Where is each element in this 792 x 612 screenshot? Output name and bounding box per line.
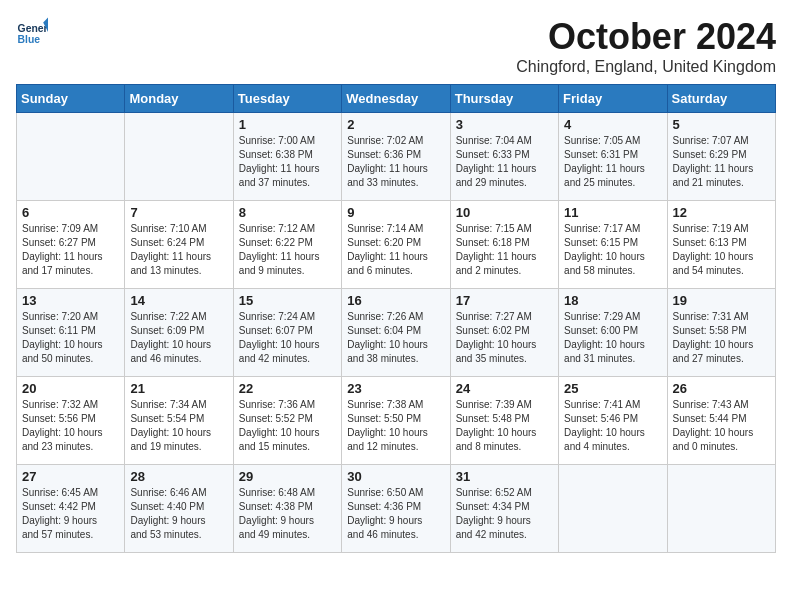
title-area: October 2024 Chingford, England, United …	[516, 16, 776, 76]
day-info: Sunrise: 7:31 AM Sunset: 5:58 PM Dayligh…	[673, 310, 770, 366]
day-info: Sunrise: 7:07 AM Sunset: 6:29 PM Dayligh…	[673, 134, 770, 190]
day-number: 21	[130, 381, 227, 396]
day-info: Sunrise: 6:46 AM Sunset: 4:40 PM Dayligh…	[130, 486, 227, 542]
week-row-2: 6Sunrise: 7:09 AM Sunset: 6:27 PM Daylig…	[17, 201, 776, 289]
day-info: Sunrise: 6:52 AM Sunset: 4:34 PM Dayligh…	[456, 486, 553, 542]
day-info: Sunrise: 6:45 AM Sunset: 4:42 PM Dayligh…	[22, 486, 119, 542]
calendar-cell: 15Sunrise: 7:24 AM Sunset: 6:07 PM Dayli…	[233, 289, 341, 377]
day-number: 14	[130, 293, 227, 308]
calendar-cell: 4Sunrise: 7:05 AM Sunset: 6:31 PM Daylig…	[559, 113, 667, 201]
day-info: Sunrise: 7:26 AM Sunset: 6:04 PM Dayligh…	[347, 310, 444, 366]
day-info: Sunrise: 7:15 AM Sunset: 6:18 PM Dayligh…	[456, 222, 553, 278]
week-row-1: 1Sunrise: 7:00 AM Sunset: 6:38 PM Daylig…	[17, 113, 776, 201]
day-number: 10	[456, 205, 553, 220]
day-number: 9	[347, 205, 444, 220]
day-info: Sunrise: 7:09 AM Sunset: 6:27 PM Dayligh…	[22, 222, 119, 278]
day-info: Sunrise: 7:43 AM Sunset: 5:44 PM Dayligh…	[673, 398, 770, 454]
location-title: Chingford, England, United Kingdom	[516, 58, 776, 76]
calendar-cell: 12Sunrise: 7:19 AM Sunset: 6:13 PM Dayli…	[667, 201, 775, 289]
week-row-4: 20Sunrise: 7:32 AM Sunset: 5:56 PM Dayli…	[17, 377, 776, 465]
day-number: 22	[239, 381, 336, 396]
calendar-cell: 20Sunrise: 7:32 AM Sunset: 5:56 PM Dayli…	[17, 377, 125, 465]
day-number: 1	[239, 117, 336, 132]
calendar-cell: 6Sunrise: 7:09 AM Sunset: 6:27 PM Daylig…	[17, 201, 125, 289]
day-info: Sunrise: 7:05 AM Sunset: 6:31 PM Dayligh…	[564, 134, 661, 190]
calendar-cell: 11Sunrise: 7:17 AM Sunset: 6:15 PM Dayli…	[559, 201, 667, 289]
day-header-monday: Monday	[125, 85, 233, 113]
day-number: 17	[456, 293, 553, 308]
day-number: 6	[22, 205, 119, 220]
day-number: 5	[673, 117, 770, 132]
calendar-cell: 1Sunrise: 7:00 AM Sunset: 6:38 PM Daylig…	[233, 113, 341, 201]
calendar-cell	[17, 113, 125, 201]
calendar-cell: 23Sunrise: 7:38 AM Sunset: 5:50 PM Dayli…	[342, 377, 450, 465]
logo: General Blue	[16, 16, 48, 48]
day-number: 16	[347, 293, 444, 308]
day-number: 20	[22, 381, 119, 396]
day-number: 27	[22, 469, 119, 484]
day-number: 19	[673, 293, 770, 308]
calendar-cell: 25Sunrise: 7:41 AM Sunset: 5:46 PM Dayli…	[559, 377, 667, 465]
day-header-wednesday: Wednesday	[342, 85, 450, 113]
logo-icon: General Blue	[16, 16, 48, 48]
day-number: 26	[673, 381, 770, 396]
week-row-5: 27Sunrise: 6:45 AM Sunset: 4:42 PM Dayli…	[17, 465, 776, 553]
calendar-cell: 14Sunrise: 7:22 AM Sunset: 6:09 PM Dayli…	[125, 289, 233, 377]
day-header-saturday: Saturday	[667, 85, 775, 113]
calendar-cell: 8Sunrise: 7:12 AM Sunset: 6:22 PM Daylig…	[233, 201, 341, 289]
day-number: 8	[239, 205, 336, 220]
day-info: Sunrise: 7:36 AM Sunset: 5:52 PM Dayligh…	[239, 398, 336, 454]
day-header-friday: Friday	[559, 85, 667, 113]
day-info: Sunrise: 7:04 AM Sunset: 6:33 PM Dayligh…	[456, 134, 553, 190]
day-number: 11	[564, 205, 661, 220]
day-info: Sunrise: 7:34 AM Sunset: 5:54 PM Dayligh…	[130, 398, 227, 454]
day-header-tuesday: Tuesday	[233, 85, 341, 113]
day-info: Sunrise: 7:20 AM Sunset: 6:11 PM Dayligh…	[22, 310, 119, 366]
day-header-sunday: Sunday	[17, 85, 125, 113]
calendar-cell	[559, 465, 667, 553]
calendar-cell: 3Sunrise: 7:04 AM Sunset: 6:33 PM Daylig…	[450, 113, 558, 201]
calendar-cell: 29Sunrise: 6:48 AM Sunset: 4:38 PM Dayli…	[233, 465, 341, 553]
day-info: Sunrise: 7:14 AM Sunset: 6:20 PM Dayligh…	[347, 222, 444, 278]
calendar-cell: 31Sunrise: 6:52 AM Sunset: 4:34 PM Dayli…	[450, 465, 558, 553]
day-info: Sunrise: 7:38 AM Sunset: 5:50 PM Dayligh…	[347, 398, 444, 454]
day-info: Sunrise: 7:27 AM Sunset: 6:02 PM Dayligh…	[456, 310, 553, 366]
day-info: Sunrise: 6:48 AM Sunset: 4:38 PM Dayligh…	[239, 486, 336, 542]
calendar-cell: 28Sunrise: 6:46 AM Sunset: 4:40 PM Dayli…	[125, 465, 233, 553]
calendar-cell: 2Sunrise: 7:02 AM Sunset: 6:36 PM Daylig…	[342, 113, 450, 201]
calendar-cell: 7Sunrise: 7:10 AM Sunset: 6:24 PM Daylig…	[125, 201, 233, 289]
header: General Blue October 2024 Chingford, Eng…	[16, 16, 776, 76]
calendar-cell: 18Sunrise: 7:29 AM Sunset: 6:00 PM Dayli…	[559, 289, 667, 377]
day-number: 29	[239, 469, 336, 484]
day-number: 15	[239, 293, 336, 308]
day-info: Sunrise: 7:32 AM Sunset: 5:56 PM Dayligh…	[22, 398, 119, 454]
day-number: 30	[347, 469, 444, 484]
day-info: Sunrise: 7:10 AM Sunset: 6:24 PM Dayligh…	[130, 222, 227, 278]
day-info: Sunrise: 7:00 AM Sunset: 6:38 PM Dayligh…	[239, 134, 336, 190]
calendar-cell: 16Sunrise: 7:26 AM Sunset: 6:04 PM Dayli…	[342, 289, 450, 377]
day-info: Sunrise: 7:24 AM Sunset: 6:07 PM Dayligh…	[239, 310, 336, 366]
calendar-cell: 5Sunrise: 7:07 AM Sunset: 6:29 PM Daylig…	[667, 113, 775, 201]
calendar-cell	[125, 113, 233, 201]
svg-text:General: General	[18, 23, 48, 34]
calendar-cell: 21Sunrise: 7:34 AM Sunset: 5:54 PM Dayli…	[125, 377, 233, 465]
day-info: Sunrise: 7:19 AM Sunset: 6:13 PM Dayligh…	[673, 222, 770, 278]
day-number: 13	[22, 293, 119, 308]
calendar-cell: 22Sunrise: 7:36 AM Sunset: 5:52 PM Dayli…	[233, 377, 341, 465]
calendar-cell: 27Sunrise: 6:45 AM Sunset: 4:42 PM Dayli…	[17, 465, 125, 553]
day-info: Sunrise: 7:39 AM Sunset: 5:48 PM Dayligh…	[456, 398, 553, 454]
day-number: 31	[456, 469, 553, 484]
day-number: 4	[564, 117, 661, 132]
calendar-cell: 26Sunrise: 7:43 AM Sunset: 5:44 PM Dayli…	[667, 377, 775, 465]
calendar-cell: 13Sunrise: 7:20 AM Sunset: 6:11 PM Dayli…	[17, 289, 125, 377]
header-row: SundayMondayTuesdayWednesdayThursdayFrid…	[17, 85, 776, 113]
calendar-cell: 30Sunrise: 6:50 AM Sunset: 4:36 PM Dayli…	[342, 465, 450, 553]
day-info: Sunrise: 7:17 AM Sunset: 6:15 PM Dayligh…	[564, 222, 661, 278]
month-title: October 2024	[516, 16, 776, 58]
day-number: 2	[347, 117, 444, 132]
day-number: 18	[564, 293, 661, 308]
calendar-cell	[667, 465, 775, 553]
calendar-cell: 9Sunrise: 7:14 AM Sunset: 6:20 PM Daylig…	[342, 201, 450, 289]
week-row-3: 13Sunrise: 7:20 AM Sunset: 6:11 PM Dayli…	[17, 289, 776, 377]
calendar-cell: 19Sunrise: 7:31 AM Sunset: 5:58 PM Dayli…	[667, 289, 775, 377]
